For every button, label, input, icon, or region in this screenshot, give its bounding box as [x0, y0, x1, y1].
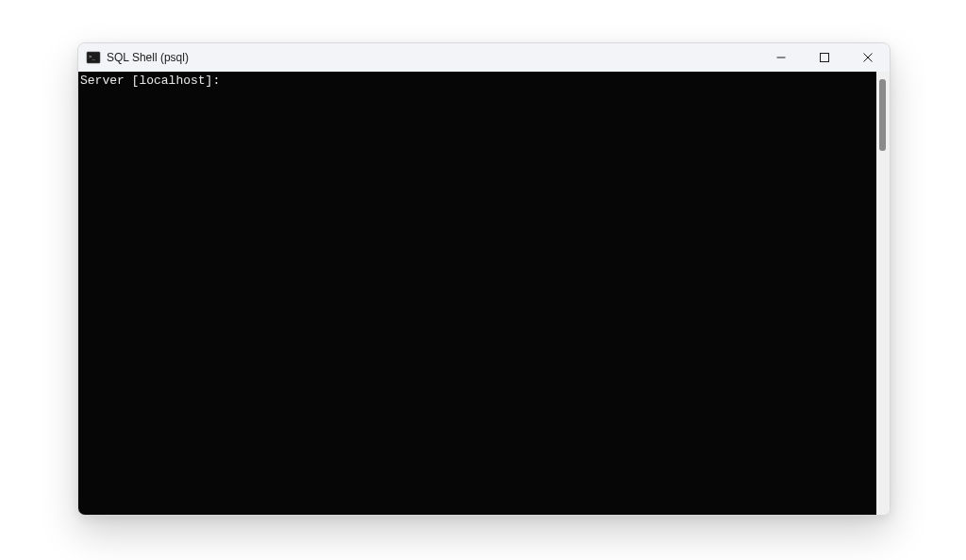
window-title: SQL Shell (psql) — [107, 51, 189, 64]
window-controls — [759, 43, 890, 72]
minimize-button[interactable] — [759, 43, 803, 72]
client-area: Server [localhost]: — [78, 72, 890, 515]
svg-rect-3 — [821, 54, 829, 62]
close-button[interactable] — [846, 43, 890, 72]
scrollbar-thumb[interactable] — [879, 79, 886, 151]
maximize-button[interactable] — [803, 43, 846, 72]
vertical-scrollbar[interactable] — [876, 72, 890, 515]
svg-text:>_: >_ — [89, 53, 96, 60]
terminal-output[interactable]: Server [localhost]: — [78, 72, 876, 515]
app-window: >_ SQL Shell (psql) — [77, 42, 891, 516]
terminal-icon: >_ — [86, 50, 101, 65]
titlebar[interactable]: >_ SQL Shell (psql) — [78, 43, 890, 72]
terminal-prompt-line: Server [localhost]: — [80, 74, 220, 88]
